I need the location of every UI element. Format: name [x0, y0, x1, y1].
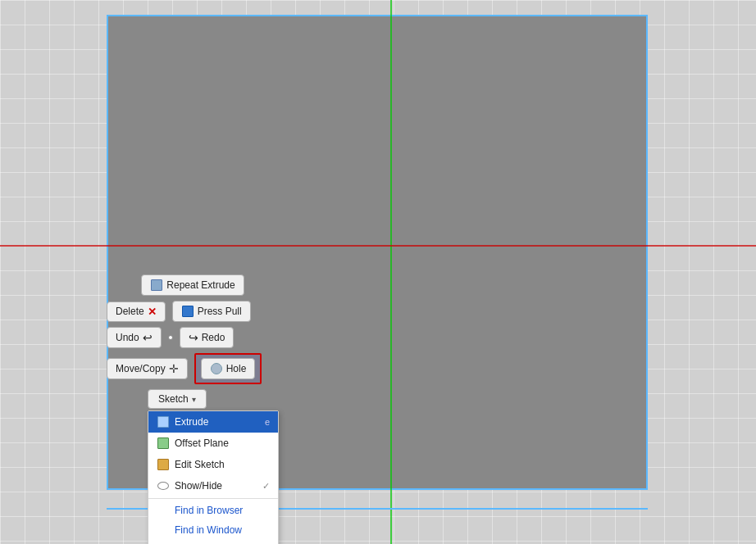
hole-label: Hole — [226, 363, 247, 374]
undo-icon: ↩ — [143, 331, 153, 344]
find-browser-label: Find in Browser — [175, 505, 243, 516]
menu-item-show-hide[interactable]: Show/Hide ✓ — [148, 475, 278, 496]
viewport[interactable]: Repeat Extrude Delete ✕ Press Pull Undo … — [0, 0, 756, 544]
press-pull-icon — [181, 305, 194, 318]
selected-area: Hole — [194, 353, 262, 384]
row-repeat-extrude: Repeat Extrude — [107, 274, 279, 296]
redo-button[interactable]: ↪ Redo — [180, 327, 235, 348]
menu-separator — [148, 498, 278, 499]
undo-label: Undo — [116, 332, 139, 343]
selection-dot — [168, 335, 173, 340]
delete-button[interactable]: Delete ✕ — [107, 301, 166, 322]
menu-item-extrude-label: Extrude — [175, 416, 208, 428]
menu-item-find-browser[interactable]: Find in Browser — [148, 501, 278, 520]
context-menu-area: Repeat Extrude Delete ✕ Press Pull Undo … — [107, 274, 279, 544]
chevron-down-icon: ▾ — [192, 395, 196, 404]
menu-item-edit-sketch-label: Edit Sketch — [175, 459, 225, 470]
row-move-hole: Move/Copy ✛ Hole — [107, 353, 279, 384]
eye-icon — [157, 479, 170, 492]
find-browser-icon — [157, 504, 170, 517]
menu-item-offset-plane-label: Offset Plane — [175, 437, 229, 449]
move-copy-button[interactable]: Move/Copy ✛ — [107, 358, 188, 379]
edit-sketch-icon — [157, 458, 170, 471]
menu-item-find-window[interactable]: Find in Window — [148, 520, 278, 540]
hole-button[interactable]: Hole — [201, 358, 256, 379]
repeat-extrude-icon — [150, 279, 163, 292]
menu-item-extrude[interactable]: Extrude e — [148, 411, 278, 433]
offset-plane-icon — [157, 437, 170, 450]
row-undo-redo: Undo ↩ ↪ Redo — [107, 327, 279, 348]
delete-x-icon: ✕ — [148, 306, 157, 318]
row-delete-presspull: Delete ✕ Press Pull — [107, 301, 279, 322]
find-window-label: Find in Window — [175, 524, 242, 536]
hole-icon — [210, 362, 223, 375]
repeat-extrude-label: Repeat Extrude — [166, 279, 235, 291]
menu-item-show-hide-label: Show/Hide — [175, 480, 222, 492]
undo-button[interactable]: Undo ↩ — [107, 327, 162, 348]
green-axis — [390, 0, 392, 544]
menu-item-offset-plane[interactable]: Offset Plane — [148, 433, 278, 454]
menu-item-edit-sketch[interactable]: Edit Sketch — [148, 454, 278, 475]
sketch-label: Sketch — [158, 393, 189, 405]
repeat-extrude-button[interactable]: Repeat Extrude — [141, 274, 244, 296]
move-copy-label: Move/Copy — [116, 363, 166, 374]
redo-label: Redo — [202, 332, 225, 343]
extrude-icon — [157, 415, 170, 428]
find-window-icon — [157, 524, 170, 537]
sketch-dropdown-area: Sketch ▾ — [107, 389, 279, 409]
move-icon: ✛ — [169, 362, 179, 375]
sketch-dropdown-menu: Extrude e Offset Plane Edit Sketch — [148, 410, 279, 544]
press-pull-button[interactable]: Press Pull — [172, 301, 251, 322]
sketch-button[interactable]: Sketch ▾ — [148, 389, 207, 409]
extrude-shortcut: e — [265, 417, 270, 427]
red-axis — [0, 245, 756, 247]
menu-item-find-timeline[interactable]: Find in Timeline — [148, 540, 278, 544]
delete-label: Delete — [116, 306, 144, 317]
press-pull-label: Press Pull — [198, 306, 242, 317]
redo-icon: ↪ — [189, 331, 198, 344]
show-hide-shortcut: ✓ — [262, 481, 270, 492]
